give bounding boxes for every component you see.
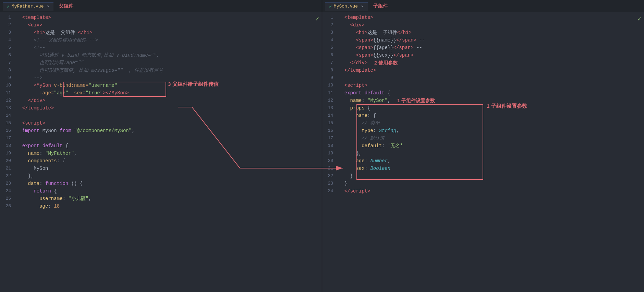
token: > — [370, 44, 373, 51]
line-number: 19 — [0, 150, 11, 157]
token: : — [39, 180, 45, 187]
vue-icon-left: ✓ — [7, 4, 10, 9]
token: name — [28, 150, 40, 157]
token: < — [356, 29, 359, 36]
token: : — [373, 127, 379, 135]
token: > — [362, 21, 364, 29]
token: h1 — [37, 29, 42, 36]
token — [16, 29, 34, 36]
line-number: 22 — [0, 172, 11, 180]
line-number: 22 — [322, 172, 333, 180]
code-line: return { — [16, 187, 322, 195]
token — [339, 187, 344, 195]
token — [16, 165, 34, 172]
token: > — [370, 14, 373, 21]
token — [339, 127, 362, 135]
code-line: 可以通过 v-bind 动态赋值,比如 v-bind:name="", — [16, 51, 322, 59]
code-line: </template> — [339, 67, 644, 74]
token: : — [365, 165, 370, 172]
token: -- — [416, 36, 425, 44]
token — [16, 172, 28, 180]
line-number: 1 — [0, 14, 11, 21]
line-number: 5 — [322, 44, 333, 51]
token: Number — [370, 157, 387, 165]
code-line: <div> — [16, 21, 322, 29]
token: h1 — [403, 29, 409, 36]
token: : — [362, 97, 367, 104]
token: < — [22, 119, 25, 127]
line-number: 13 — [0, 104, 11, 112]
token — [339, 104, 350, 112]
code-line: <!-- 父组件使用子组件 --> — [16, 36, 322, 44]
left-code-content[interactable]: ✓ <template> <div> <h1>这是 父组件 </h1> <!--… — [14, 12, 322, 292]
line-number: 2 — [0, 21, 11, 29]
line-number: 16 — [0, 127, 11, 135]
line-number: 11 — [0, 89, 11, 97]
token — [16, 21, 28, 29]
left-tab-close[interactable]: × — [47, 4, 49, 9]
token: ; — [132, 127, 134, 135]
token: <!-- — [34, 44, 45, 51]
token: script — [25, 119, 42, 127]
token: > — [42, 97, 45, 104]
right-tab-filename: MySon.vue — [334, 4, 358, 9]
annotation-label: 2 使用参数 — [374, 59, 398, 67]
token: > — [365, 29, 367, 36]
token: :{ — [365, 104, 370, 112]
token: 也可以静态赋值, 比如 messages="" , 注意没有冒号 — [39, 67, 163, 74]
left-tab-filename: MyFather.vue — [12, 4, 44, 9]
token: < — [356, 51, 359, 59]
token: script — [350, 187, 367, 195]
token: }, — [356, 150, 362, 157]
line-number: 2 — [322, 21, 333, 29]
token: // 类型 — [362, 119, 380, 127]
line-number: 18 — [322, 142, 333, 150]
token: h1 — [84, 29, 89, 36]
token — [16, 195, 39, 202]
line-number: 12 — [0, 97, 11, 104]
token — [16, 180, 28, 187]
line-number: 7 — [0, 59, 11, 67]
right-tab-close[interactable]: × — [361, 4, 364, 9]
token — [16, 74, 34, 82]
token: < — [28, 21, 31, 29]
right-annotation-text: 1 子组件设置参数 — [487, 103, 527, 109]
line-number: 18 — [0, 142, 11, 150]
token: MySon — [111, 89, 126, 97]
token: > — [367, 187, 370, 195]
token: , — [396, 127, 399, 135]
token: </ — [393, 51, 399, 59]
right-code-content[interactable]: ✓ <template> <div> <h1>这是 子组件</h1> <span… — [336, 12, 644, 292]
token: 可以通过 v-bind 动态赋值,比如 v-bind:name="", — [39, 51, 159, 59]
token: "MySon" — [367, 97, 388, 104]
token — [16, 104, 22, 112]
line-number: 4 — [322, 36, 333, 44]
line-number: 14 — [322, 112, 333, 119]
line-number: 21 — [322, 165, 333, 172]
token: import — [22, 127, 42, 135]
line-number: 26 — [0, 202, 11, 210]
token: template — [347, 14, 370, 21]
token: </ — [28, 97, 34, 104]
code-line: }, — [16, 172, 322, 180]
code-line: <script> — [16, 119, 322, 127]
code-line: <template> — [16, 14, 322, 21]
left-tab[interactable]: ✓ MyFather.vue × — [3, 2, 53, 11]
token: age — [39, 202, 48, 210]
token: default — [365, 89, 388, 97]
token — [339, 172, 350, 180]
line-number: 17 — [0, 135, 11, 142]
token: {{sex}} — [373, 51, 393, 59]
token: > — [42, 29, 45, 36]
right-tab[interactable]: ✓ MySon.vue × — [325, 2, 368, 11]
token: } — [344, 180, 347, 187]
token: > — [411, 44, 413, 51]
token: : { — [367, 112, 376, 119]
token — [16, 59, 39, 67]
token — [16, 51, 39, 59]
token: { — [51, 187, 57, 195]
token: div — [356, 59, 364, 67]
code-line: </div> — [16, 97, 322, 104]
token: > — [48, 14, 51, 21]
line-number: 24 — [322, 187, 333, 195]
